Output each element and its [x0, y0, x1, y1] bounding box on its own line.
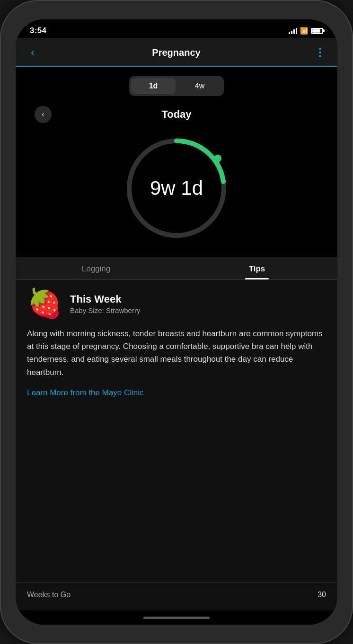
- tab-logging[interactable]: Logging: [16, 257, 176, 279]
- status-time: 3:54: [30, 26, 46, 35]
- progress-ring: 9w 1d: [122, 134, 231, 243]
- baby-size: Baby Size: Strawberry: [70, 306, 140, 314]
- period-selector: 1d 4w: [16, 67, 337, 101]
- ring-dot: [214, 155, 221, 162]
- main-content: 1d 4w ‹ Today: [16, 67, 337, 625]
- week-title: This Week: [70, 293, 140, 305]
- learn-more-link[interactable]: Learn More from the Mayo Clinic: [27, 388, 144, 397]
- status-icons: 📶: [289, 27, 323, 35]
- date-navigation: ‹ Today: [16, 101, 337, 124]
- progress-value: 9w 1d: [150, 177, 203, 200]
- home-bar: [143, 617, 210, 619]
- tips-body-text: Along with morning sickness, tender brea…: [27, 327, 326, 379]
- phone-frame: 3:54 📶 ‹ Pregnancy ⋮: [0, 0, 353, 644]
- tab-tips[interactable]: Tips: [176, 257, 337, 279]
- wifi-icon: 📶: [300, 27, 308, 35]
- weeks-to-go-value: 30: [318, 591, 326, 599]
- signal-icon: [289, 27, 297, 34]
- strawberry-icon: 🍓: [27, 289, 62, 318]
- nav-bar: ‹ Pregnancy ⋮: [16, 38, 337, 67]
- tips-content: 🍓 This Week Baby Size: Strawberry Along …: [16, 280, 337, 583]
- status-bar: 3:54 📶: [16, 19, 337, 38]
- progress-ring-container: 9w 1d: [16, 124, 337, 257]
- more-button[interactable]: ⋮: [314, 46, 326, 59]
- date-label: Today: [161, 108, 191, 121]
- battery-icon: [311, 28, 323, 34]
- weeks-to-go-label: Weeks to Go: [27, 591, 71, 599]
- home-indicator: [16, 610, 337, 625]
- tabs-bar: Logging Tips: [16, 257, 337, 280]
- phone-screen: 3:54 📶 ‹ Pregnancy ⋮: [16, 19, 337, 625]
- period-tab-1d[interactable]: 1d: [131, 78, 176, 94]
- back-button[interactable]: ‹: [27, 44, 38, 61]
- date-back-button[interactable]: ‹: [35, 106, 52, 123]
- period-tab-4w[interactable]: 4w: [177, 78, 222, 94]
- nav-title: Pregnancy: [152, 47, 200, 58]
- period-tabs: 1d 4w: [129, 76, 224, 96]
- bottom-section: Weeks to Go 30: [16, 583, 337, 610]
- week-header: 🍓 This Week Baby Size: Strawberry: [27, 289, 326, 318]
- week-title-block: This Week Baby Size: Strawberry: [70, 293, 140, 314]
